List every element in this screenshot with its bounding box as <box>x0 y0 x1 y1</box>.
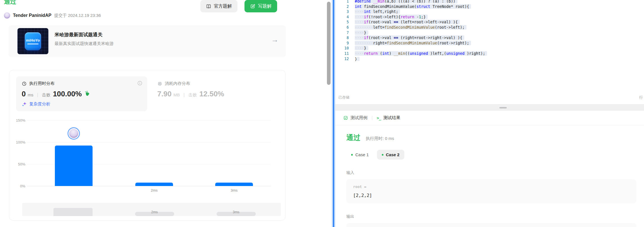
code-line[interactable]: 3····int left,right; <box>335 9 644 14</box>
case-tab-1[interactable]: Case 1 <box>346 150 374 160</box>
code-line[interactable]: 2int findSecondMinimumValue(struct TreeN… <box>335 4 644 9</box>
memory-stat-block[interactable]: 消耗内存分布 7.90 MB | 击败 12.50% <box>152 76 281 111</box>
memory-stat-header: 消耗内存分布 <box>157 81 275 86</box>
code-lines: 1#define __min(a,b) (((a) < (b)) ? (a) :… <box>335 0 644 61</box>
line-number: 10 <box>335 46 349 51</box>
y-axis-tick: 100% <box>11 140 25 144</box>
user-name[interactable]: Tender PaninidAP <box>13 13 51 18</box>
code-line[interactable]: 6········left=findSecondMinimumValue(roo… <box>335 25 644 30</box>
grid-line <box>27 142 271 142</box>
submission-panel: 通过 官方题解 写题解 Tender PaninidAP 提交于 2024.12… <box>0 0 325 227</box>
line-number: 3 <box>335 9 349 14</box>
user-avatar[interactable] <box>4 12 10 19</box>
code-line[interactable]: 9········right=findSecondMinimumValue(ro… <box>335 40 644 46</box>
vertical-scrollbar-thumb[interactable] <box>327 2 331 85</box>
y-axis-tick: 0% <box>11 184 25 188</box>
solution-buttons: 官方题解 写题解 <box>200 0 277 12</box>
book-icon <box>206 4 211 9</box>
code-line[interactable]: 1#define __min(a,b) (((a) < (b)) ? (a) :… <box>335 0 644 4</box>
panel-resize-divider[interactable] <box>332 0 335 227</box>
memory-stat-title: 消耗内存分布 <box>165 81 190 86</box>
complexity-analysis-link[interactable]: 复杂度分析 <box>22 101 50 107</box>
official-solution-label: 官方题解 <box>214 3 232 9</box>
mihoyo-logo: miHoYo <box>17 28 48 54</box>
runtime-bar[interactable] <box>215 183 253 186</box>
promo-banner[interactable]: miHoYo 米哈游最新面试题通关 最新真实面试题快速通关米哈游 → <box>8 25 286 57</box>
line-number: 6 <box>335 25 349 30</box>
runtime-beats-label: 击败 <box>42 92 50 98</box>
submitter-row: Tender PaninidAP 提交于 2024.12.19 23:36 <box>4 12 101 19</box>
grid-line <box>27 120 271 121</box>
case-tabs: Case 1Case 2 <box>346 150 636 160</box>
console-tabs: 测试用例 >_ 测试结果 <box>335 111 644 125</box>
line-number: 4 <box>335 14 349 20</box>
chart-brush[interactable]: 2ms3ms <box>22 203 281 216</box>
x-axis-tick: 2ms <box>135 188 173 192</box>
write-solution-button[interactable]: 写题解 <box>244 0 277 12</box>
mihoyo-logo-text: miHoYo <box>26 38 40 42</box>
code-line[interactable]: 4····if(!root->left){return -1;} <box>335 14 644 20</box>
result-status: 通过 <box>346 133 360 142</box>
code-line[interactable]: 12} <box>335 56 644 62</box>
result-runtime: 执行用时: 0 ms <box>366 136 394 141</box>
test-result-body: 通过 执行用时: 0 ms Case 1Case 2 输入 root = [2,… <box>335 125 644 227</box>
runtime-beats: 100.00% <box>53 90 82 98</box>
line-number: 8 <box>335 35 349 40</box>
info-icon[interactable] <box>137 80 143 86</box>
submit-time: 提交于 2024.12.19 23:36 <box>54 13 101 18</box>
code-line[interactable]: 7····} <box>335 30 644 35</box>
code-line[interactable]: 10····} <box>335 46 644 51</box>
line-number: 11 <box>335 51 349 56</box>
sparkle-icon <box>22 101 27 107</box>
output-box[interactable] <box>346 223 636 227</box>
memory-beats: 12.50% <box>199 90 224 98</box>
runtime-stat-block[interactable]: 执行用时分布 0 ms | 击败 100.00% 复杂度分析 <box>16 76 147 111</box>
brush-label: 2ms <box>135 210 174 214</box>
distribution-card: 执行用时分布 0 ms | 击败 100.00% 复杂度分析 <box>9 70 286 221</box>
console-resize-divider <box>335 104 644 111</box>
complexity-analysis-label: 复杂度分析 <box>29 101 50 107</box>
input-box[interactable]: root = [2,2,2] <box>346 179 636 203</box>
checkbox-check-icon <box>343 115 348 120</box>
submission-detail-page: 通过 官方题解 写题解 Tender PaninidAP 提交于 2024.12… <box>0 0 644 227</box>
arrow-right-icon[interactable]: → <box>271 36 279 43</box>
line-number: 2 <box>335 4 349 9</box>
runtime-bar[interactable] <box>55 146 93 186</box>
memory-unit: MB <box>174 92 180 97</box>
edit-pencil-icon <box>250 4 255 9</box>
runtime-bar[interactable] <box>135 183 173 186</box>
tab-testcase-label: 测试用例 <box>351 115 367 121</box>
line-number: 1 <box>335 0 349 4</box>
line-number: 9 <box>335 40 349 46</box>
write-solution-label: 写题解 <box>258 3 271 9</box>
code-line[interactable]: 8····if(root->val == (right=root->right-… <box>335 35 644 40</box>
mihoyo-logo-core: miHoYo <box>25 32 41 50</box>
line-number: 5 <box>335 19 349 25</box>
input-label: 输入 <box>346 170 636 175</box>
brush-bar <box>53 208 93 216</box>
official-solution-button[interactable]: 官方题解 <box>200 0 237 12</box>
y-axis-tick: 150% <box>11 118 25 122</box>
memory-beats-label: 击败 <box>189 92 197 98</box>
brush-label: 3ms <box>216 210 256 214</box>
runtime-unit: ms <box>28 92 33 97</box>
banner-subtitle: 最新真实面试题快速通关米哈游 <box>55 41 114 46</box>
resize-handle[interactable] <box>499 107 507 108</box>
case-dot <box>382 154 383 156</box>
code-line[interactable]: 11····return (int) __min((unsigned )left… <box>335 51 644 56</box>
code-editor[interactable]: 1#define __min(a,b) (((a) < (b)) ? (a) :… <box>335 0 644 61</box>
case-dot <box>351 154 353 156</box>
input-param-value: [2,2,2] <box>353 193 630 198</box>
chip-icon <box>157 81 162 86</box>
runtime-stat-title: 执行用时分布 <box>29 81 55 86</box>
case-tab-2[interactable]: Case 2 <box>377 150 404 160</box>
memory-value: 7.90 <box>157 90 172 98</box>
tab-testresult[interactable]: >_ 测试结果 <box>377 115 400 121</box>
code-line[interactable]: 5····if(root->val == (left=root->left->v… <box>335 19 644 25</box>
runtime-stat-header: 执行用时分布 <box>22 81 142 86</box>
cursor-position[interactable]: 行 <box>639 95 643 100</box>
clock-icon <box>22 81 27 86</box>
tab-testcase[interactable]: 测试用例 <box>343 115 367 121</box>
current-submission-marker[interactable] <box>68 127 80 140</box>
output-label: 输出 <box>346 214 636 219</box>
